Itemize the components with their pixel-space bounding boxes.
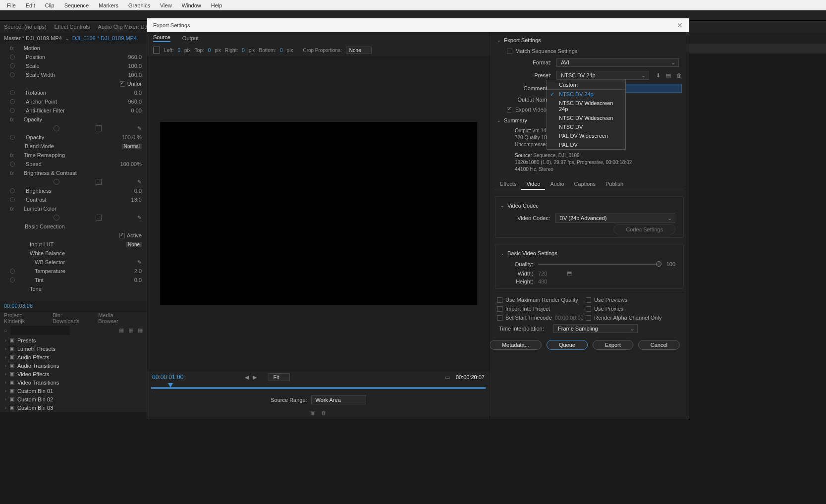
menu-help[interactable]: Help: [206, 1, 227, 9]
caret-icon[interactable]: ⌄: [500, 251, 504, 256]
eyedropper-icon[interactable]: ✎: [137, 259, 142, 266]
basic-correction-group[interactable]: Basic Correction: [10, 224, 142, 229]
keyframe-toggle[interactable]: [10, 99, 15, 104]
width-value[interactable]: 720: [538, 271, 547, 277]
effects-search-input[interactable]: [10, 326, 70, 335]
uniform-scale-checkbox[interactable]: [120, 81, 125, 87]
menu-edit[interactable]: Edit: [21, 1, 40, 9]
tab-project[interactable]: Project: Kinderijk: [4, 312, 41, 324]
motion-group[interactable]: Motion: [16, 45, 142, 51]
keyframe-toggle[interactable]: [10, 55, 15, 59]
queue-button[interactable]: Queue: [547, 340, 588, 350]
format-select[interactable]: AVI: [556, 58, 679, 67]
tab-source[interactable]: Source: [153, 34, 170, 42]
bin-row[interactable]: ›▣Custom Bin 02: [0, 395, 147, 403]
mask-pen-icon[interactable]: ✎: [137, 179, 142, 185]
keyframe-toggle[interactable]: [10, 162, 15, 167]
preset-icon-3[interactable]: ▦: [138, 327, 143, 333]
tone-group[interactable]: Tone: [10, 286, 142, 292]
caret-icon[interactable]: ⌄: [497, 38, 501, 43]
bin-row[interactable]: ›▣Audio Transitions: [0, 361, 147, 370]
lumetri-group[interactable]: Lumetri Color: [16, 206, 142, 212]
mask-rect-icon[interactable]: [96, 125, 102, 131]
bin-row[interactable]: ›▣Presets: [0, 336, 147, 344]
mask-ellipse-icon[interactable]: [54, 215, 59, 221]
preset-option-pal[interactable]: PAL DV: [547, 140, 625, 149]
anchor-value[interactable]: 960.0: [112, 99, 142, 105]
menu-clip[interactable]: Clip: [40, 1, 59, 9]
mask-rect-icon[interactable]: [96, 179, 102, 185]
save-preset-icon[interactable]: ⬇: [656, 72, 661, 78]
step-forward-icon[interactable]: ▶: [253, 374, 257, 381]
mask-pen-icon[interactable]: ✎: [137, 215, 142, 221]
tab-bin[interactable]: Bin: Downloads: [53, 312, 86, 324]
crop-top-value[interactable]: 0: [208, 48, 211, 53]
preset-option-ntsc-wide[interactable]: NTSC DV Widescreen: [547, 113, 625, 122]
tab-effects[interactable]: Effects: [495, 179, 521, 190]
rotation-value[interactable]: 0.0: [112, 90, 142, 96]
keyframe-toggle[interactable]: [10, 90, 15, 95]
keyframe-toggle[interactable]: [10, 72, 15, 77]
bin-row[interactable]: ›▣Lumetri Presets: [0, 344, 147, 353]
menu-window[interactable]: Window: [177, 1, 206, 9]
keyframe-toggle[interactable]: [10, 278, 15, 282]
tab-audio-mixer[interactable]: Audio Clip Mixer: DJI: [98, 24, 149, 30]
height-value[interactable]: 480: [538, 279, 547, 284]
preset-icon-2[interactable]: ▦: [128, 327, 133, 333]
mask-rect-icon[interactable]: [96, 215, 102, 221]
preset-option-pal-wide[interactable]: PAL DV Widescreen: [547, 131, 625, 140]
video-codec-select[interactable]: DV (24p Advanced): [555, 214, 675, 223]
mask-ellipse-icon[interactable]: [54, 179, 59, 185]
time-remap-group[interactable]: Time Remapping: [16, 152, 142, 158]
brightness-value[interactable]: 0.0: [112, 188, 142, 194]
slider-thumb[interactable]: [656, 261, 661, 267]
opacity-value[interactable]: 100.0 %: [112, 134, 142, 140]
time-interp-select[interactable]: Frame Sampling: [553, 324, 638, 333]
max-render-checkbox[interactable]: [497, 297, 502, 303]
trash-icon[interactable]: 🗑: [321, 410, 327, 416]
keyframe-toggle[interactable]: [10, 269, 15, 274]
preset-option-ntsc[interactable]: NTSC DV: [547, 122, 625, 131]
tab-captions[interactable]: Captions: [569, 179, 601, 190]
input-lut-value[interactable]: None: [126, 242, 142, 247]
speed-value[interactable]: 100.00%: [112, 161, 142, 167]
preset-option-ntsc-wide24p[interactable]: NTSC DV Widescreen 24p: [547, 99, 625, 113]
menu-sequence[interactable]: Sequence: [59, 1, 94, 9]
keyframe-toggle[interactable]: [10, 188, 15, 193]
blend-mode-value[interactable]: Normal: [122, 144, 142, 149]
preset-option-ntsc24p[interactable]: NTSC DV 24p: [547, 90, 625, 99]
tab-output[interactable]: Output: [182, 35, 199, 41]
timecode-out[interactable]: 00:00:20:07: [456, 374, 485, 380]
temperature-value[interactable]: 2.0: [112, 268, 142, 274]
tab-source[interactable]: Source: (no clips): [4, 24, 47, 30]
bin-row[interactable]: ›▣Custom Bin 03: [0, 403, 147, 412]
bc-group[interactable]: Brightness & Contrast: [16, 170, 142, 176]
preset-icon-1[interactable]: ▦: [119, 327, 124, 333]
preset-select[interactable]: NTSC DV 24p: [556, 71, 649, 80]
bin-row[interactable]: ›▣Custom Bin 01: [0, 387, 147, 395]
source-range-select[interactable]: Work Area: [311, 395, 366, 404]
tab-media-browser[interactable]: Media Browser: [98, 312, 131, 324]
tint-value[interactable]: 0.0: [112, 277, 142, 283]
export-video-checkbox[interactable]: [507, 107, 512, 112]
active-checkbox[interactable]: [119, 233, 125, 238]
timecode-in[interactable]: 00:00:01:00: [152, 374, 183, 381]
mask-ellipse-icon[interactable]: [54, 125, 59, 131]
import-preset-icon[interactable]: ▤: [666, 72, 671, 78]
scrub-bar[interactable]: [147, 383, 490, 393]
use-proxies-checkbox[interactable]: [586, 306, 591, 312]
set-timecode-value[interactable]: 00:00:00:00: [555, 315, 584, 321]
preset-option-custom[interactable]: Custom: [547, 80, 625, 90]
opacity-group[interactable]: Opacity: [16, 116, 142, 122]
caret-icon[interactable]: ⌄: [497, 118, 501, 123]
keyframe-toggle[interactable]: [10, 135, 15, 140]
dialog-titlebar[interactable]: Export Settings ✕: [147, 18, 689, 32]
cancel-button[interactable]: Cancel: [638, 340, 680, 350]
quality-slider[interactable]: [538, 264, 661, 265]
delete-preset-icon[interactable]: 🗑: [676, 72, 682, 78]
contrast-value[interactable]: 13.0: [112, 197, 142, 203]
crop-icon[interactable]: [153, 47, 160, 54]
scale-value[interactable]: 100.0: [112, 63, 142, 69]
bin-row[interactable]: ›▣Video Effects: [0, 370, 147, 378]
white-balance-group[interactable]: White Balance: [10, 250, 142, 256]
